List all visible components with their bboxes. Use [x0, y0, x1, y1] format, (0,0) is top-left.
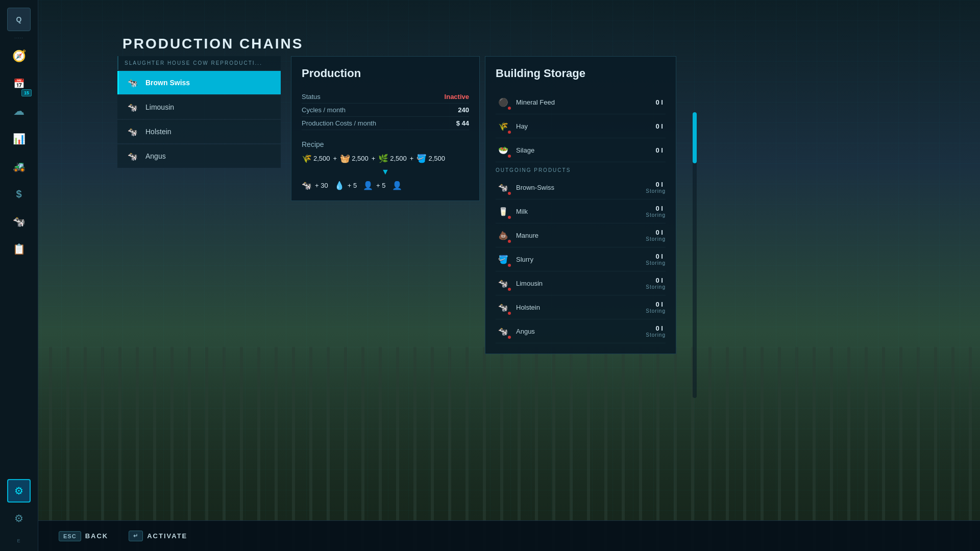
recipe-arrow: ▼	[302, 167, 469, 177]
storage-item-angus-out: 🐄 Angus 0 l Storing	[496, 319, 666, 343]
storage-item-brown-swiss-out: 🐄 Brown-Swiss 0 l Storing	[496, 176, 666, 199]
chain-item-limousin[interactable]: 🐄 Limousin	[117, 95, 281, 119]
sidebar-label: ·····	[14, 35, 23, 40]
recipe-input-3: 🪣 2,500	[416, 154, 445, 163]
output-water-icon: 💧	[334, 181, 345, 190]
milk-name: Milk	[516, 208, 641, 215]
holstein-out-name: Holstein	[516, 304, 641, 311]
costs-label: Production Costs / month	[302, 119, 376, 127]
limousin-out-right: 0 l Storing	[646, 277, 666, 290]
recipe-label: Recipe	[302, 140, 469, 148]
storage-item-slurry: 🪣 Slurry 0 l Storing	[496, 247, 666, 271]
mineral-feed-name: Mineral Feed	[516, 98, 651, 106]
sidebar-icon-settings[interactable]: ⚙	[7, 507, 31, 530]
mineral-feed-right: 0 l	[656, 98, 666, 106]
scrollbar-thumb[interactable]	[693, 112, 697, 163]
recipe-input-1: 🧺 2,500	[340, 154, 369, 163]
sidebar-icon-money[interactable]: $	[7, 182, 31, 206]
activate-button[interactable]: ↵ ACTIVATE	[129, 531, 187, 541]
hay-icon: 🌾	[496, 118, 511, 134]
output-amount-0: + 30	[315, 182, 328, 189]
back-button[interactable]: ESC BACK	[59, 531, 108, 541]
holstein-out-status: Storing	[646, 308, 666, 314]
silage-name: Silage	[516, 146, 651, 154]
limousin-out-amount: 0 l	[656, 277, 663, 284]
recipe-inputs: 🌾 2,500 + 🧺 2,500 + 🌿 2,500 + 🪣 2,500	[302, 154, 469, 163]
sidebar-icon-weather[interactable]: ☁	[7, 99, 31, 123]
chain-label-limousin: Limousin	[145, 103, 174, 111]
output-amount-1: + 5	[348, 182, 357, 189]
output-person-icon-2: 👤	[392, 181, 402, 190]
input-amount-0: 2,500	[313, 155, 330, 162]
esc-key[interactable]: ESC	[59, 531, 81, 541]
sidebar-icon-tractor[interactable]: 🚜	[7, 155, 31, 178]
chain-item-brown-swiss[interactable]: 🐄 Brown Swiss	[117, 71, 281, 94]
holstein-out-right: 0 l Storing	[646, 300, 666, 314]
limousin-out-icon: 🐄	[496, 276, 511, 291]
slurry-dot	[508, 264, 511, 267]
grain-icon: 🌾	[302, 154, 312, 163]
slurry-status: Storing	[646, 260, 666, 266]
manure-right: 0 l Storing	[646, 229, 666, 242]
input-amount-2: 2,500	[390, 155, 407, 162]
storage-item-hay: 🌾 Hay 0 l	[496, 114, 666, 138]
herb-icon: 🌿	[378, 154, 388, 163]
angus-out-icon: 🐄	[496, 323, 511, 339]
sidebar-icon-calendar[interactable]: 📅 15	[7, 72, 31, 95]
cow-icon-limousin: 🐄	[126, 101, 139, 114]
sidebar-e-key: E	[17, 538, 20, 543]
angus-out-dot	[508, 336, 511, 339]
input-amount-3: 2,500	[428, 155, 445, 162]
mineral-feed-amount: 0 l	[656, 98, 663, 106]
scrollbar-track[interactable]	[693, 112, 697, 398]
output-person-icon-1: 👤	[363, 181, 373, 190]
manure-dot	[508, 240, 511, 243]
silage-amount: 0 l	[656, 146, 663, 154]
outgoing-header: OUTGOING PRODUCTS	[496, 162, 666, 176]
slurry-icon: 🪣	[496, 252, 511, 267]
sidebar-icon-production[interactable]: ⚙	[7, 479, 31, 503]
milk-amount: 0 l	[656, 205, 663, 212]
output-amount-2: + 5	[376, 182, 385, 189]
enter-key[interactable]: ↵	[129, 531, 143, 541]
manure-status: Storing	[646, 236, 666, 242]
recipe-outputs: 🐄 + 30 💧 + 5 👤 + 5 👤	[302, 181, 469, 190]
sidebar-icon-book[interactable]: 📋	[7, 237, 31, 261]
costs-value: $ 44	[456, 119, 469, 127]
recipe-input-2: 🌿 2,500	[378, 154, 407, 163]
sidebar-icon-animal[interactable]: 🐄	[7, 210, 31, 233]
production-row-cycles: Cycles / month 240	[302, 104, 469, 117]
storage-item-silage: 🥗 Silage 0 l	[496, 138, 666, 162]
cow-icon-holstein: 🐄	[126, 125, 139, 138]
status-label: Status	[302, 93, 321, 101]
milk-dot	[508, 216, 511, 219]
recipe-input-0: 🌾 2,500	[302, 154, 330, 163]
chain-item-holstein[interactable]: 🐄 Holstein	[117, 120, 281, 143]
silage-icon: 🥗	[496, 142, 511, 158]
recipe-plus-3: +	[410, 155, 414, 162]
chain-item-angus[interactable]: 🐄 Angus	[117, 144, 281, 168]
storage-scroll[interactable]: ⚫ Mineral Feed 0 l 🌾 Hay 0 l 🥗 Silag	[496, 90, 666, 343]
angus-out-right: 0 l Storing	[646, 324, 666, 338]
production-row-costs: Production Costs / month $ 44	[302, 117, 469, 130]
activate-label: ACTIVATE	[147, 532, 187, 540]
chains-list: 🐄 Brown Swiss 🐄 Limousin 🐄 Holstein 🐄 An…	[117, 71, 281, 168]
sidebar-icon-q[interactable]: Q	[7, 8, 31, 31]
sidebar-icon-stats[interactable]: 📊	[7, 127, 31, 151]
silage-dot	[508, 155, 511, 158]
brown-swiss-out-dot	[508, 192, 511, 195]
bucket-icon: 🪣	[416, 154, 427, 163]
bottom-bar: ESC BACK ↵ ACTIVATE	[38, 520, 980, 551]
production-title: Production	[302, 67, 469, 80]
sidebar-icon-map[interactable]: 🧭	[7, 44, 31, 68]
manure-name: Manure	[516, 232, 641, 239]
chain-label-brown-swiss: Brown Swiss	[145, 79, 190, 87]
hay-name: Hay	[516, 122, 651, 130]
limousin-out-name: Limousin	[516, 280, 641, 287]
cycles-label: Cycles / month	[302, 106, 346, 114]
cow-icon-brown-swiss: 🐄	[126, 76, 139, 89]
silage-right: 0 l	[656, 146, 666, 154]
hay-right: 0 l	[656, 122, 666, 130]
recipe-plus-1: +	[333, 155, 337, 162]
manure-amount: 0 l	[656, 229, 663, 236]
